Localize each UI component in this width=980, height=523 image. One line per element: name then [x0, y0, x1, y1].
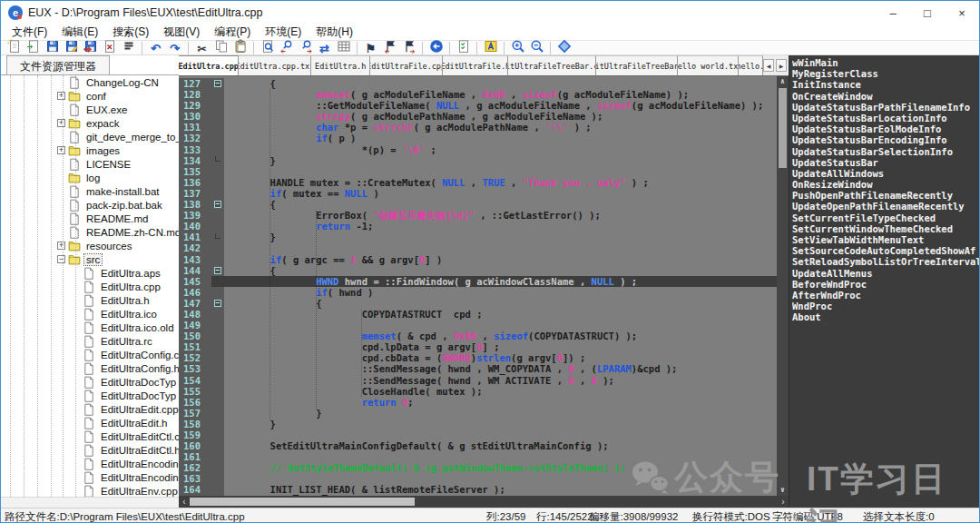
tree-item[interactable]: EditUltraDocTyp: [1, 389, 179, 402]
zoom-in-button[interactable]: [508, 41, 527, 55]
expand-icon[interactable]: +: [57, 92, 65, 100]
vscroll-thumb[interactable]: [779, 88, 787, 168]
code-line[interactable]: 160 SetEditUltraMainConfigDefault( & g_s…: [179, 440, 777, 451]
code-line[interactable]: 154 ::SendMessage( hwnd , WM_ACTIVATE , …: [179, 375, 777, 386]
code-line[interactable]: 138− {: [179, 199, 777, 210]
menu-item[interactable]: 环境(E): [258, 25, 309, 40]
bookmark-button[interactable]: ⚑: [361, 41, 380, 55]
code-line[interactable]: 142: [179, 242, 777, 253]
code-line[interactable]: 151 cpd.lpData = g_argv[0] ;: [179, 341, 777, 352]
tree-item[interactable]: pack-zip.bat.bak: [1, 198, 179, 212]
tree-item[interactable]: git_deve_merge_to_: [1, 130, 179, 143]
tree-item[interactable]: EditUltraDocTyp: [1, 375, 179, 389]
tree-item[interactable]: make-install.bat: [1, 184, 179, 198]
find-next-button[interactable]: [296, 41, 315, 55]
code-line[interactable]: 163: [179, 473, 777, 484]
scroll-right-icon[interactable]: ›: [778, 496, 789, 508]
code-line[interactable]: 140 return -1;: [179, 221, 777, 232]
fold-collapse-icon[interactable]: −: [214, 80, 221, 87]
collapse-icon[interactable]: −: [57, 255, 65, 263]
symbol-item[interactable]: SetCurrentFileTypeChecked: [792, 212, 980, 223]
tab-EditUltra.h[interactable]: EditUltra.h: [311, 55, 370, 75]
menu-item[interactable]: 文件(F): [5, 25, 54, 40]
code-line[interactable]: 129 ::GetModuleFileName( NULL , g_acModu…: [179, 100, 777, 111]
code-line[interactable]: 158 }: [179, 419, 777, 429]
code-line[interactable]: 141 }: [179, 232, 777, 242]
fold-margin[interactable]: −: [211, 199, 224, 210]
symbol-item[interactable]: SetViewTabWidthMenuText: [792, 234, 980, 245]
code-line[interactable]: 147− {: [179, 298, 777, 309]
tree-item[interactable]: EditUltraEnv.cpp: [1, 484, 179, 497]
code-line[interactable]: 134 }: [179, 155, 777, 166]
tree-item[interactable]: +expack: [1, 116, 179, 130]
tab-scroll-left-icon[interactable]: ◀: [763, 59, 774, 72]
editor-hscrollbar[interactable]: ‹ ›: [179, 496, 789, 508]
symbol-item[interactable]: UpdateAllWindows: [792, 168, 980, 179]
symbol-item[interactable]: SetCurrentWindowThemeChecked: [792, 223, 980, 234]
tree-item[interactable]: EditUltraEditCtl.c: [1, 429, 179, 443]
code-line[interactable]: 143 if( g_argc == 1 && g_argv[0] ): [179, 254, 777, 265]
close-file-button[interactable]: [100, 41, 119, 55]
fold-collapse-icon[interactable]: −: [214, 300, 221, 307]
tree-item[interactable]: EditUltraEdit.h: [1, 416, 179, 429]
code-line[interactable]: 157 }: [179, 408, 777, 419]
tree-item[interactable]: EditUltra.h: [1, 293, 179, 307]
symbol-item[interactable]: UpdateStatusBarEolModeInfo: [792, 123, 980, 134]
about-button[interactable]: [554, 41, 573, 55]
current-code-line[interactable]: 145 HWND hwnd = ::FindWindow( g_acWindow…: [179, 276, 777, 287]
fold-margin[interactable]: −: [211, 265, 224, 276]
scroll-down-icon[interactable]: ∨: [777, 485, 789, 496]
symbol-item[interactable]: UpdateOpenPathFilenameRecently: [792, 201, 980, 212]
maximize-button[interactable]: □: [910, 1, 945, 25]
tab-hello.[interactable]: hello.: [739, 55, 763, 75]
symbol-item[interactable]: UpdateStatusBar: [792, 157, 980, 168]
close-button[interactable]: ×: [945, 1, 979, 25]
editor-vscrollbar[interactable]: ∧ ∨: [777, 76, 789, 496]
tree-item[interactable]: README.zh-CN.md: [1, 225, 179, 239]
tree-item[interactable]: EditUltra.aps: [1, 266, 179, 280]
save-button[interactable]: [43, 41, 62, 55]
open-file-button[interactable]: [24, 41, 43, 55]
symbol-item[interactable]: OnResizeWindow: [792, 179, 980, 190]
code-line[interactable]: 127− {: [179, 78, 777, 89]
symbol-item[interactable]: UpdateStatusBarSelectionInfo: [792, 146, 980, 157]
code-line[interactable]: 144− {: [179, 265, 777, 276]
tab-file-explorer[interactable]: 文件资源管理器: [6, 55, 110, 74]
code-line[interactable]: 136 HANDLE mutex = ::CreateMutex( NULL ,…: [179, 177, 777, 188]
save-all-button[interactable]: [81, 41, 100, 55]
zoom-out-button[interactable]: [527, 41, 546, 55]
symbol-item[interactable]: UpdateStatusBarLocationInfo: [792, 113, 980, 123]
tree-item[interactable]: EditUltra.ico.old: [1, 321, 179, 334]
symbol-item[interactable]: wWinMain: [792, 57, 980, 68]
code-line[interactable]: 132 if( p ): [179, 133, 777, 143]
minimize-button[interactable]: –: [876, 1, 910, 25]
menu-item[interactable]: 帮助(H): [309, 25, 360, 40]
grid-button[interactable]: [334, 41, 353, 55]
tab-EditUltraFileTreeBar.h[interactable]: EditUltraFileTreeBar.h: [596, 55, 678, 75]
code-line[interactable]: 159: [179, 429, 777, 440]
tree-item[interactable]: EditUltraConfig.h: [1, 361, 179, 375]
tree-item[interactable]: +resources: [1, 239, 179, 252]
menu-item[interactable]: 编程(P): [207, 25, 258, 40]
find-prev-button[interactable]: [277, 41, 296, 55]
scroll-up-icon[interactable]: ∧: [777, 76, 789, 87]
copy-button[interactable]: [211, 41, 230, 55]
cut-button[interactable]: ✂: [192, 41, 211, 55]
tab-EditUltra.cpp.txt[interactable]: EditUltra.cpp.txt: [239, 55, 311, 75]
code-line[interactable]: 150 memset( & cpd , 0x00 , sizeof(COPYDA…: [179, 331, 777, 341]
symbol-item[interactable]: About: [792, 311, 980, 322]
symbol-item[interactable]: WndProc: [792, 301, 980, 311]
symbol-item[interactable]: OnCreateWindow: [792, 91, 980, 102]
code-line[interactable]: 130 strcpy( g_acModulePathName , g_acMod…: [179, 111, 777, 122]
find-button[interactable]: [258, 41, 277, 55]
code-line[interactable]: 155 CloseHandle( mutex );: [179, 386, 777, 397]
symbol-item[interactable]: MyRegisterClass: [792, 68, 980, 79]
tree-item[interactable]: README.md: [1, 212, 179, 225]
symbol-item[interactable]: PushOpenPathFilenameRecently: [792, 190, 980, 201]
bookmark-next-button[interactable]: [399, 41, 418, 55]
code-line[interactable]: 156 return 0;: [179, 397, 777, 408]
fold-margin[interactable]: −: [211, 298, 224, 309]
fold-collapse-icon[interactable]: −: [214, 267, 221, 274]
tree-item[interactable]: EditUltraConfig.c: [1, 348, 179, 361]
expand-icon[interactable]: +: [57, 146, 65, 154]
